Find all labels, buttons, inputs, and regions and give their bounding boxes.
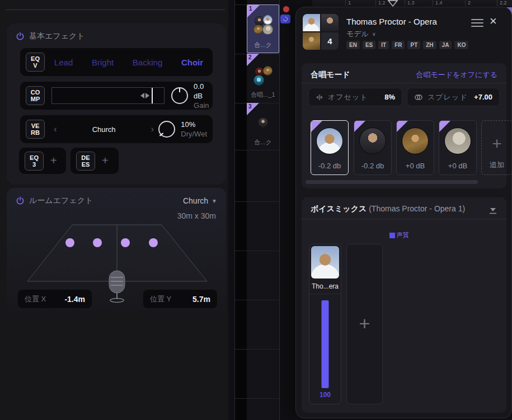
avatar <box>303 32 320 50</box>
clip-label: 合唱..._1 <box>247 91 279 99</box>
plus-icon: + <box>359 312 370 334</box>
room-size: 30m x 30m <box>177 211 216 220</box>
lang-badge: PT <box>407 41 420 49</box>
close-icon[interactable]: × <box>490 15 497 27</box>
collapse-icon[interactable] <box>488 206 497 216</box>
divider <box>309 294 341 294</box>
section-title: 合唱モード <box>311 70 350 80</box>
add-eq3-button[interactable]: EQ 3 + <box>19 148 66 174</box>
clip-number: 2 <box>248 54 252 60</box>
drywet-value: 10% <box>181 120 207 129</box>
menu-icon[interactable] <box>471 19 483 27</box>
avatar <box>263 15 273 25</box>
add-mix-voice-button[interactable]: + <box>346 244 383 404</box>
clip-number: 3 <box>248 103 252 110</box>
power-icon[interactable] <box>16 32 25 41</box>
add-voice-button[interactable]: + 追加 <box>481 120 512 175</box>
avatar <box>321 14 339 31</box>
legend-label: 声質 <box>397 231 409 239</box>
badge-text: 3 <box>25 161 43 168</box>
ruler-tick: 1 <box>348 0 351 6</box>
record-indicator[interactable] <box>283 6 289 12</box>
model-title: Thomas Proctor - Opera <box>346 17 437 26</box>
tab-lead[interactable]: Lead <box>54 58 73 67</box>
divider <box>302 219 506 219</box>
lang-badge: KO <box>454 41 468 49</box>
spread-label: スプレッド <box>428 92 469 102</box>
refresh-icon <box>282 16 288 22</box>
horizontal-scrollbar[interactable] <box>306 180 478 184</box>
timbre-slider-fill <box>322 300 329 388</box>
language-badges: EN ES IT FR PT ZH JA KO <box>346 41 468 49</box>
timbre-legend: 声質 <box>389 231 409 239</box>
position-x-value: -1.4m <box>64 295 85 304</box>
plus-icon: + <box>492 135 502 152</box>
model-label: モデル <box>346 29 369 39</box>
offset-value: 8% <box>384 93 395 101</box>
timbre-slider[interactable] <box>322 300 329 388</box>
choir-mode-off-link[interactable]: 合唱モードをオフにする <box>416 70 497 80</box>
tab-backing[interactable]: Backing <box>133 58 162 67</box>
voice-count-badge: 4 <box>321 32 339 50</box>
slider-cursor[interactable] <box>152 88 153 103</box>
voice-gain: -0.2 db <box>354 162 391 170</box>
power-icon[interactable] <box>16 196 25 205</box>
mix-voice-card[interactable]: Tho...era 100 <box>309 244 341 404</box>
divider <box>6 10 225 10</box>
avatar <box>262 24 273 35</box>
clip-corner-flag <box>311 121 322 132</box>
eqv-badge: EQ V <box>26 53 45 72</box>
playhead-icon[interactable] <box>387 0 398 7</box>
voice-gain: -0.2 db <box>311 162 348 170</box>
ruler-tick: 2 <box>468 0 471 6</box>
left-sidebar: 基本エフェクト EQ V Lead Bright Backing Choir C… <box>0 0 228 420</box>
drywet-knob[interactable] <box>158 121 175 138</box>
sync-button[interactable] <box>280 15 290 23</box>
spread-control[interactable]: スプレッド +7.00 <box>407 88 500 106</box>
plus-icon: + <box>102 154 109 167</box>
tab-choir[interactable]: Choir <box>181 58 203 67</box>
drywet-label: Dry/Wet <box>181 129 207 139</box>
spread-icon <box>414 93 423 101</box>
tab-bright[interactable]: Bright <box>92 58 114 67</box>
clip-cell-2[interactable]: 2 合唱..._1 <box>247 54 279 102</box>
mix-title: ボイスミックス <box>311 204 367 213</box>
choir-voice-card-1[interactable]: -0.2 db <box>311 120 349 175</box>
ruler-tick: 1.3 <box>407 0 415 6</box>
position-x-field[interactable]: 位置 X -1.4m <box>18 290 92 308</box>
clip-label: 合...ク <box>247 138 279 147</box>
panel-title: 基本エフェクト <box>29 31 85 41</box>
model-dropdown[interactable]: モデル ∨ <box>346 29 376 39</box>
clip-cell-1[interactable]: 1 合...ク <box>247 4 279 53</box>
comp-threshold-slider[interactable] <box>51 87 165 104</box>
clip-cell-3[interactable]: 3 合...ク <box>247 103 279 150</box>
spread-value: +7.00 <box>474 93 492 101</box>
choir-voice-card-2[interactable]: -0.2 db <box>354 120 392 175</box>
reverb-preset[interactable]: Church <box>57 125 151 134</box>
mix-voice-name: Tho...era <box>309 282 341 290</box>
avatar <box>263 66 273 75</box>
badge-text: CO <box>26 89 44 96</box>
chevron-right-icon[interactable]: › <box>151 124 154 135</box>
offset-control[interactable]: オフセット 8% <box>308 88 402 106</box>
choir-mode-section: 合唱モード 合唱モードをオフにする オフセット 8% スプレッド +7.00 <box>302 63 506 188</box>
panel-title: ルームエフェクト <box>29 196 93 206</box>
verb-badge: VE RB <box>26 120 45 139</box>
badge-text: EQ <box>25 154 43 161</box>
voice-model-panel: 4 Thomas Proctor - Opera モデル ∨ EN ES IT … <box>295 7 512 418</box>
position-y-value: 5.7m <box>192 295 210 304</box>
clip-corner-flag <box>439 121 450 132</box>
track-gutter <box>235 0 247 420</box>
gain-label: Gain <box>194 101 213 110</box>
lang-badge: IT <box>378 41 389 49</box>
choir-voice-card-4[interactable]: +0 dB <box>439 120 477 175</box>
slider-handle-arrows-icon <box>140 93 149 98</box>
position-y-field[interactable]: 位置 Y 5.7m <box>143 290 217 308</box>
lang-badge: JA <box>439 41 452 49</box>
comp-badge: CO MP <box>26 86 45 105</box>
gain-knob[interactable] <box>171 87 188 104</box>
caret-down-icon: ∨ <box>372 31 376 37</box>
add-deesser-button[interactable]: DE ES + <box>71 148 119 174</box>
choir-voice-card-3[interactable]: +0 dB <box>396 120 434 175</box>
room-preset-dropdown[interactable]: Church ▼ <box>183 196 217 205</box>
